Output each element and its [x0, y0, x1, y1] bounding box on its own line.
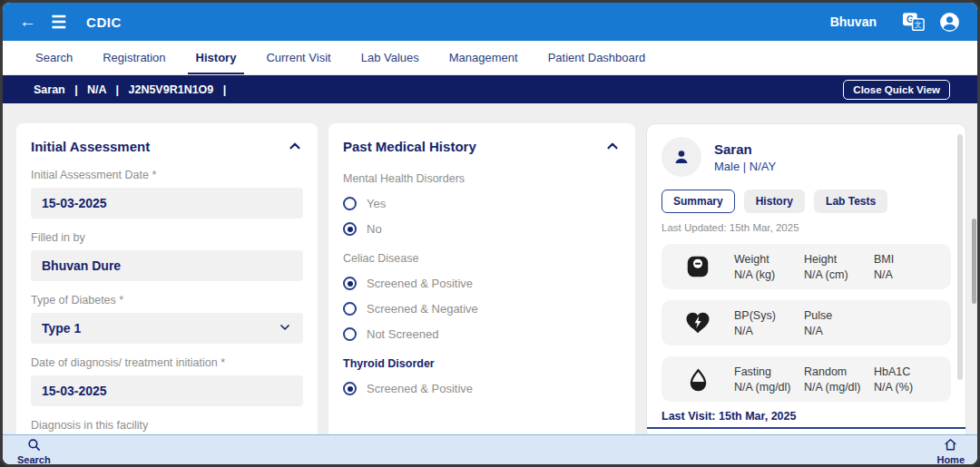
card-tabs: SummaryHistoryLab Tests	[662, 190, 951, 213]
footer-search-label: Search	[17, 454, 51, 464]
search-icon	[26, 437, 42, 454]
group-label-mental-health-disorders: Mental Health Disorders	[343, 172, 621, 185]
radio-label: Screened & Positive	[367, 277, 473, 290]
metric-value: N/A (mg/dl)	[734, 381, 804, 394]
form-field: Filled in byBhuvan Dure	[31, 231, 303, 281]
footer-home-button[interactable]: Home	[936, 437, 965, 464]
footer-home-label: Home	[936, 454, 965, 464]
past-medical-history-panel: Past Medical History Mental Health Disor…	[328, 123, 635, 434]
radio-button[interactable]	[343, 327, 357, 341]
radio-option-mental-health-disorders-yes[interactable]: Yes	[343, 197, 621, 210]
radio-button[interactable]	[343, 277, 357, 290]
radio-option-celiac-disease-screened-positive[interactable]: Screened & Positive	[343, 277, 621, 290]
form-field: Initial Assessment Date *15-03-2025	[31, 169, 303, 219]
field-label: Filled in by	[31, 231, 303, 244]
last-updated: Last Updated: 15th Mar, 2025	[662, 222, 951, 233]
filled-in-by-input[interactable]: Bhuvan Dure	[31, 250, 303, 281]
weight-scale-icon	[662, 253, 734, 280]
chevron-up-icon[interactable]	[604, 138, 621, 154]
app-bar: ← ☰ CDIC Bhuvan G 文	[3, 3, 977, 41]
group-label-celiac-disease: Celiac Disease	[343, 252, 621, 265]
field-label: Type of Diabetes *	[31, 294, 303, 306]
card-tab-lab-tests[interactable]: Lab Tests	[814, 190, 887, 213]
card-scrollbar[interactable]	[957, 134, 963, 380]
card-tab-history[interactable]: History	[744, 190, 805, 213]
radio-option-mental-health-disorders-no[interactable]: No	[343, 222, 621, 236]
form-field: Type of Diabetes *Type 1	[31, 294, 303, 344]
metric-value: N/A	[874, 268, 894, 281]
radio-label: Screened & Positive	[367, 382, 473, 395]
svg-text:文: 文	[915, 20, 922, 29]
translate-icon[interactable]: G 文	[902, 11, 926, 33]
radio-button[interactable]	[343, 222, 357, 236]
chevron-down-icon	[278, 320, 292, 337]
radio-button[interactable]	[343, 382, 357, 395]
close-quick-view-button[interactable]: Close Quick View	[843, 80, 950, 100]
panel-title: Initial Assessment	[31, 139, 150, 154]
type-of-diabetes-select[interactable]: Type 1	[31, 313, 303, 344]
radio-option-thyroid-disorder-screened-positive[interactable]: Screened & Positive	[343, 382, 621, 395]
initial-assessment-date-input[interactable]: 15-03-2025	[31, 188, 303, 219]
vitals-metrics: BP(Sys)N/APulseN/A	[734, 309, 951, 337]
metric-label: Fasting	[734, 365, 804, 378]
chevron-up-icon[interactable]	[287, 138, 303, 154]
metric-value: N/A (mg/dl)	[804, 381, 874, 394]
tab-history[interactable]: History	[193, 41, 240, 74]
group-label-thyroid-disorder: Thyroid Disorder	[343, 357, 621, 370]
initial-assessment-panel: Initial Assessment Initial Assessment Da…	[16, 123, 318, 434]
tab-current-visit[interactable]: Current Visit	[263, 41, 333, 74]
tab-search[interactable]: Search	[33, 41, 75, 74]
metric-label: Pulse	[804, 309, 832, 322]
home-icon	[943, 437, 958, 454]
radio-option-celiac-disease-not-screened[interactable]: Not Screened	[343, 327, 621, 341]
patient-summary-card: Saran Male | N/AY SummaryHistoryLab Test…	[646, 123, 966, 434]
metric-label: Height	[804, 253, 874, 266]
metric-label: BMI	[874, 253, 894, 266]
last-visit: Last Visit: 15th Mar, 2025	[662, 410, 951, 423]
radio-label: Not Screened	[367, 327, 439, 341]
radio-label: Yes	[367, 197, 386, 210]
patient-summary-text: Saran | N/A | J2N5V9R1N1O9 |	[34, 83, 226, 96]
metric-label: BP(Sys)	[734, 309, 804, 322]
metric-bmi: BMIN/A	[874, 253, 894, 281]
hamburger-menu-icon[interactable]: ☰	[51, 12, 66, 33]
radio-button[interactable]	[343, 302, 357, 316]
metric-height: HeightN/A (cm)	[804, 253, 874, 281]
patient-quick-bar: Saran | N/A | J2N5V9R1N1O9 | Close Quick…	[3, 75, 977, 103]
radio-option-celiac-disease-screened-negative[interactable]: Screened & Negative	[343, 302, 621, 316]
metric-value: N/A (kg)	[734, 268, 804, 281]
metric-hba1c: HbA1CN/A (%)	[874, 365, 913, 394]
card-tab-summary[interactable]: Summary	[662, 190, 735, 213]
field-label: Initial Assessment Date *	[31, 169, 303, 181]
metric-label: Random	[804, 365, 874, 378]
metric-value: N/A	[734, 325, 804, 337]
main-content: Initial Assessment Initial Assessment Da…	[3, 103, 977, 434]
account-circle-icon[interactable]	[938, 11, 961, 34]
panel-title: Past Medical History	[343, 139, 476, 154]
avatar	[662, 137, 701, 177]
metric-value: N/A (%)	[874, 381, 913, 394]
date-of-diagnosis-treatment-initiation-input[interactable]: 15-03-2025	[31, 375, 303, 406]
heart-pulse-icon	[662, 309, 734, 336]
metric-value: N/A	[804, 325, 832, 337]
tab-patient-dashboard[interactable]: Patient Dashboard	[545, 41, 649, 74]
tab-registration[interactable]: Registration	[100, 41, 168, 74]
tab-management[interactable]: Management	[446, 41, 521, 74]
metric-bp-sys: BP(Sys)N/A	[734, 309, 804, 337]
vitals-row: BP(Sys)N/APulseN/A	[662, 300, 951, 345]
patient-name: Saran	[714, 141, 776, 157]
vitals-row: WeightN/A (kg)HeightN/A (cm)BMIN/A	[662, 244, 951, 289]
patient-demographics: Male | N/AY	[714, 160, 776, 173]
radio-button[interactable]	[343, 197, 357, 210]
tab-lab-values[interactable]: Lab Values	[358, 41, 422, 74]
page-scrollbar[interactable]	[972, 219, 976, 304]
window-content: ← ☰ CDIC Bhuvan G 文 SearchRegistrationHi…	[3, 3, 977, 464]
metric-fasting: FastingN/A (mg/dl)	[734, 365, 804, 394]
footer-search-button[interactable]: Search	[17, 437, 51, 464]
window-frame: ← ☰ CDIC Bhuvan G 文 SearchRegistrationHi…	[0, 0, 980, 467]
back-arrow-icon[interactable]: ←	[19, 12, 36, 32]
metric-weight: WeightN/A (kg)	[734, 253, 804, 281]
footer-bar: Search Home	[3, 434, 977, 464]
user-name: Bhuvan	[830, 15, 877, 29]
vitals-metrics: FastingN/A (mg/dl)RandomN/A (mg/dl)HbA1C…	[734, 365, 951, 394]
